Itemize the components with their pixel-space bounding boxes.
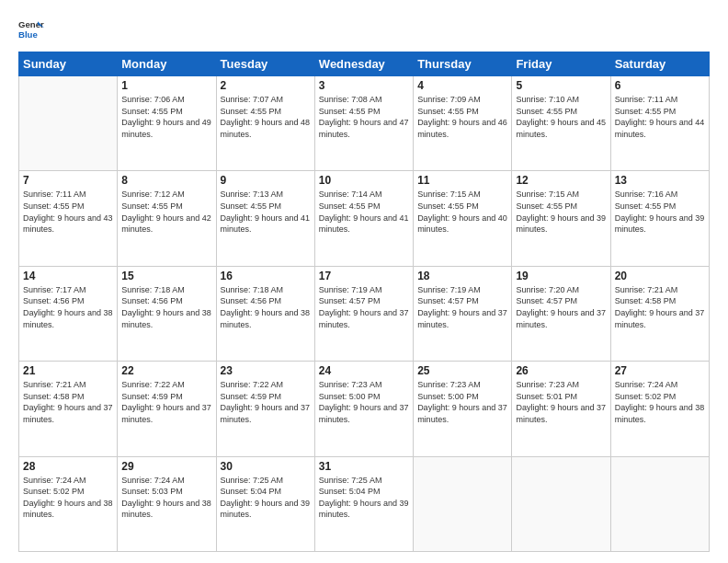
- day-info: Sunrise: 7:21 AMSunset: 4:58 PMDaylight:…: [23, 379, 113, 425]
- calendar-cell: 25 Sunrise: 7:23 AMSunset: 5:00 PMDaylig…: [414, 362, 512, 456]
- weekday-header-tuesday: Tuesday: [216, 52, 314, 76]
- day-number: 3: [319, 79, 409, 92]
- day-number: 29: [121, 460, 211, 473]
- day-number: 8: [121, 174, 211, 187]
- day-number: 10: [319, 174, 409, 187]
- calendar-cell: 4 Sunrise: 7:09 AMSunset: 4:55 PMDayligh…: [414, 76, 512, 171]
- day-number: 12: [516, 174, 606, 187]
- calendar-cell: 14 Sunrise: 7:17 AMSunset: 4:56 PMDaylig…: [19, 266, 118, 361]
- weekday-header-sunday: Sunday: [19, 52, 118, 76]
- day-number: 4: [417, 79, 507, 92]
- logo: General Blue: [18, 17, 44, 42]
- day-info: Sunrise: 7:09 AMSunset: 4:55 PMDaylight:…: [417, 94, 507, 140]
- calendar-week-1: 1 Sunrise: 7:06 AMSunset: 4:55 PMDayligh…: [19, 76, 710, 171]
- day-number: 1: [121, 79, 211, 92]
- day-info: Sunrise: 7:23 AMSunset: 5:00 PMDaylight:…: [417, 379, 507, 425]
- day-number: 17: [319, 270, 409, 282]
- day-info: Sunrise: 7:06 AMSunset: 4:55 PMDaylight:…: [121, 94, 211, 140]
- day-number: 21: [23, 364, 113, 377]
- weekday-header-row: SundayMondayTuesdayWednesdayThursdayFrid…: [19, 52, 710, 76]
- calendar-cell: 24 Sunrise: 7:23 AMSunset: 5:00 PMDaylig…: [314, 362, 413, 456]
- day-number: 6: [615, 79, 705, 92]
- day-number: 23: [221, 364, 311, 377]
- day-number: 26: [516, 364, 606, 377]
- calendar-week-3: 14 Sunrise: 7:17 AMSunset: 4:56 PMDaylig…: [19, 266, 710, 361]
- calendar-cell: 19 Sunrise: 7:20 AMSunset: 4:57 PMDaylig…: [512, 266, 610, 361]
- calendar-cell: 18 Sunrise: 7:19 AMSunset: 4:57 PMDaylig…: [414, 266, 512, 361]
- day-number: 25: [417, 364, 507, 377]
- day-info: Sunrise: 7:11 AMSunset: 4:55 PMDaylight:…: [615, 94, 705, 140]
- calendar-cell: [512, 456, 610, 551]
- day-info: Sunrise: 7:11 AMSunset: 4:55 PMDaylight:…: [23, 189, 113, 235]
- weekday-header-friday: Friday: [512, 52, 610, 76]
- day-info: Sunrise: 7:25 AMSunset: 5:04 PMDaylight:…: [319, 475, 409, 521]
- calendar-cell: 21 Sunrise: 7:21 AMSunset: 4:58 PMDaylig…: [19, 362, 118, 456]
- calendar-cell: 11 Sunrise: 7:15 AMSunset: 4:55 PMDaylig…: [414, 171, 512, 266]
- calendar-week-2: 7 Sunrise: 7:11 AMSunset: 4:55 PMDayligh…: [19, 171, 710, 266]
- day-number: 19: [516, 270, 606, 282]
- calendar-cell: 27 Sunrise: 7:24 AMSunset: 5:02 PMDaylig…: [610, 362, 709, 456]
- day-info: Sunrise: 7:19 AMSunset: 4:57 PMDaylight:…: [417, 284, 507, 330]
- calendar-cell: 3 Sunrise: 7:08 AMSunset: 4:55 PMDayligh…: [314, 76, 413, 171]
- calendar-cell: [610, 456, 709, 551]
- weekday-header-saturday: Saturday: [610, 52, 709, 76]
- day-info: Sunrise: 7:23 AMSunset: 5:00 PMDaylight:…: [319, 379, 409, 425]
- day-info: Sunrise: 7:16 AMSunset: 4:55 PMDaylight:…: [615, 189, 705, 235]
- day-info: Sunrise: 7:20 AMSunset: 4:57 PMDaylight:…: [516, 284, 606, 330]
- calendar-cell: 2 Sunrise: 7:07 AMSunset: 4:55 PMDayligh…: [216, 76, 314, 171]
- calendar-cell: 13 Sunrise: 7:16 AMSunset: 4:55 PMDaylig…: [610, 171, 709, 266]
- weekday-header-wednesday: Wednesday: [314, 52, 413, 76]
- calendar-cell: 1 Sunrise: 7:06 AMSunset: 4:55 PMDayligh…: [118, 76, 216, 171]
- calendar-cell: 6 Sunrise: 7:11 AMSunset: 4:55 PMDayligh…: [610, 76, 709, 171]
- calendar-cell: 30 Sunrise: 7:25 AMSunset: 5:04 PMDaylig…: [216, 456, 314, 551]
- calendar-cell: 29 Sunrise: 7:24 AMSunset: 5:03 PMDaylig…: [118, 456, 216, 551]
- calendar-week-5: 28 Sunrise: 7:24 AMSunset: 5:02 PMDaylig…: [19, 456, 710, 551]
- calendar-cell: 16 Sunrise: 7:18 AMSunset: 4:56 PMDaylig…: [216, 266, 314, 361]
- calendar-cell: [414, 456, 512, 551]
- day-number: 9: [221, 174, 311, 187]
- day-info: Sunrise: 7:15 AMSunset: 4:55 PMDaylight:…: [417, 189, 507, 235]
- day-number: 13: [615, 174, 705, 187]
- day-info: Sunrise: 7:18 AMSunset: 4:56 PMDaylight:…: [221, 284, 311, 330]
- calendar-cell: 20 Sunrise: 7:21 AMSunset: 4:58 PMDaylig…: [610, 266, 709, 361]
- calendar-cell: 15 Sunrise: 7:18 AMSunset: 4:56 PMDaylig…: [118, 266, 216, 361]
- day-info: Sunrise: 7:07 AMSunset: 4:55 PMDaylight:…: [221, 94, 311, 140]
- day-number: 5: [516, 79, 606, 92]
- day-info: Sunrise: 7:25 AMSunset: 5:04 PMDaylight:…: [221, 475, 311, 521]
- day-info: Sunrise: 7:19 AMSunset: 4:57 PMDaylight:…: [319, 284, 409, 330]
- day-number: 7: [23, 174, 113, 187]
- calendar-cell: 26 Sunrise: 7:23 AMSunset: 5:01 PMDaylig…: [512, 362, 610, 456]
- day-info: Sunrise: 7:24 AMSunset: 5:03 PMDaylight:…: [121, 475, 211, 521]
- day-info: Sunrise: 7:22 AMSunset: 4:59 PMDaylight:…: [221, 379, 311, 425]
- day-info: Sunrise: 7:22 AMSunset: 4:59 PMDaylight:…: [121, 379, 211, 425]
- calendar-cell: 7 Sunrise: 7:11 AMSunset: 4:55 PMDayligh…: [19, 171, 118, 266]
- weekday-header-monday: Monday: [118, 52, 216, 76]
- day-info: Sunrise: 7:15 AMSunset: 4:55 PMDaylight:…: [516, 189, 606, 235]
- calendar-cell: 31 Sunrise: 7:25 AMSunset: 5:04 PMDaylig…: [314, 456, 413, 551]
- header: General Blue: [18, 17, 710, 42]
- calendar-cell: 28 Sunrise: 7:24 AMSunset: 5:02 PMDaylig…: [19, 456, 118, 551]
- day-number: 11: [417, 174, 507, 187]
- day-info: Sunrise: 7:10 AMSunset: 4:55 PMDaylight:…: [516, 94, 606, 140]
- day-info: Sunrise: 7:21 AMSunset: 4:58 PMDaylight:…: [615, 284, 705, 330]
- day-number: 24: [319, 364, 409, 377]
- day-number: 27: [615, 364, 705, 377]
- day-info: Sunrise: 7:24 AMSunset: 5:02 PMDaylight:…: [23, 475, 113, 521]
- calendar-cell: 9 Sunrise: 7:13 AMSunset: 4:55 PMDayligh…: [216, 171, 314, 266]
- day-number: 15: [121, 270, 211, 282]
- day-number: 20: [615, 270, 705, 282]
- day-number: 18: [417, 270, 507, 282]
- day-info: Sunrise: 7:12 AMSunset: 4:55 PMDaylight:…: [121, 189, 211, 235]
- day-info: Sunrise: 7:14 AMSunset: 4:55 PMDaylight:…: [319, 189, 409, 235]
- day-info: Sunrise: 7:08 AMSunset: 4:55 PMDaylight:…: [319, 94, 409, 140]
- page: General Blue SundayMondayTuesdayWednesda…: [0, 0, 728, 563]
- calendar-cell: 12 Sunrise: 7:15 AMSunset: 4:55 PMDaylig…: [512, 171, 610, 266]
- day-number: 31: [319, 460, 409, 473]
- day-number: 16: [221, 270, 311, 282]
- day-number: 14: [23, 270, 113, 282]
- calendar-cell: 17 Sunrise: 7:19 AMSunset: 4:57 PMDaylig…: [314, 266, 413, 361]
- calendar-cell: 22 Sunrise: 7:22 AMSunset: 4:59 PMDaylig…: [118, 362, 216, 456]
- calendar-cell: [19, 76, 118, 171]
- day-info: Sunrise: 7:17 AMSunset: 4:56 PMDaylight:…: [23, 284, 113, 330]
- calendar-table: SundayMondayTuesdayWednesdayThursdayFrid…: [18, 52, 710, 552]
